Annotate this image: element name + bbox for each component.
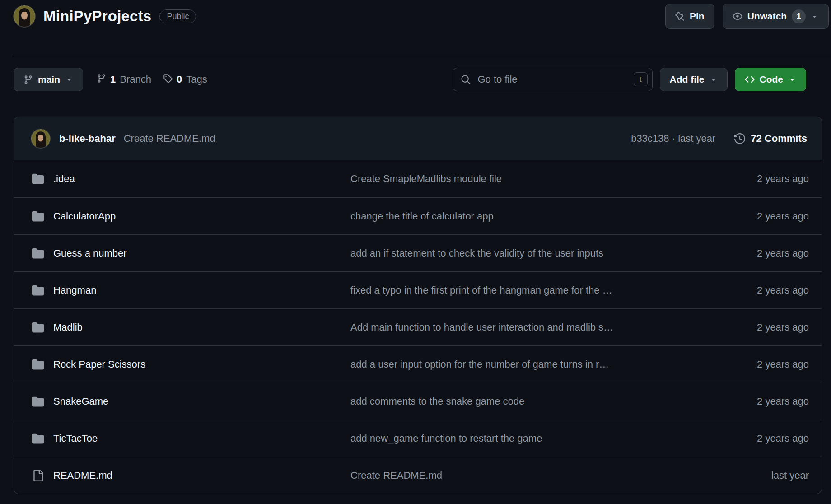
branches-count: 1 [110, 74, 116, 85]
folder-icon [32, 359, 44, 370]
file-link[interactable]: CalculatorApp [53, 210, 116, 222]
file-name-cell: CalculatorApp [32, 210, 350, 222]
pin-button[interactable]: Pin [665, 4, 714, 29]
keyboard-shortcut-hint: t [634, 72, 648, 86]
folder-icon [32, 173, 44, 185]
unwatch-button-label: Unwatch [747, 11, 787, 22]
chevron-down-icon [65, 75, 73, 84]
commit-message-link[interactable]: add comments to the snake game code [350, 396, 712, 407]
commit-time-link[interactable]: 2 years ago [712, 210, 809, 222]
branches-label: Branch [120, 74, 151, 85]
chevron-down-icon [811, 12, 819, 20]
commit-time-link[interactable]: last year [712, 470, 809, 481]
commit-message-link[interactable]: Create SmapleMadlibs module file [350, 173, 712, 185]
commit-message-link[interactable]: add new_game function to restart the gam… [350, 433, 712, 444]
file-link[interactable]: .idea [53, 173, 75, 185]
tags-label: Tags [186, 74, 207, 85]
code-icon [745, 75, 755, 84]
folder-icon [32, 396, 44, 407]
file-link[interactable]: Guess a number [53, 247, 127, 259]
commit-time-link[interactable]: 2 years ago [712, 359, 809, 370]
current-branch-label: main [38, 74, 60, 85]
table-row: Madlib Add main function to handle user … [14, 308, 822, 345]
page-title: MiniPyProjects [43, 8, 151, 25]
latest-commit-time: last year [678, 133, 715, 145]
sha-time-separator: · [669, 133, 678, 145]
branch-selector-button[interactable]: main [14, 68, 83, 91]
commits-count-link[interactable]: 72 Commits [751, 133, 807, 145]
commit-message-link[interactable]: change the title of calculator app [350, 210, 712, 222]
header-divider [14, 55, 831, 55]
file-link[interactable]: Madlib [53, 322, 83, 333]
commit-time-link[interactable]: 2 years ago [712, 247, 809, 259]
tag-icon [163, 74, 173, 86]
watchers-count-badge: 1 [792, 9, 806, 23]
file-name-cell: .idea [32, 173, 350, 185]
file-link[interactable]: README.md [53, 470, 112, 481]
add-file-button[interactable]: Add file [660, 68, 728, 91]
file-icon [32, 470, 44, 481]
file-link[interactable]: Hangman [53, 285, 96, 296]
branches-link[interactable]: 1 Branch [97, 74, 151, 86]
history-icon [734, 133, 745, 144]
table-row: Rock Paper Scissors add a user input opt… [14, 345, 822, 383]
file-name-cell: Rock Paper Scissors [32, 359, 350, 370]
eye-icon [733, 11, 742, 21]
file-browser-panel: b-like-bahar Create README.md b33c138 · … [14, 117, 822, 494]
commit-time-link[interactable]: 2 years ago [712, 173, 809, 185]
commit-message-link[interactable]: add an if statement to check the validit… [350, 247, 712, 259]
chevron-down-icon [788, 75, 796, 84]
latest-commit-message[interactable]: Create README.md [124, 133, 215, 145]
unwatch-button[interactable]: Unwatch 1 [723, 4, 829, 29]
tags-link[interactable]: 0 Tags [163, 74, 207, 86]
file-name-cell: TicTacToe [32, 433, 350, 444]
git-branch-icon [97, 74, 106, 86]
commit-author-link[interactable]: b-like-bahar [59, 133, 116, 145]
table-row: Guess a number add an if statement to ch… [14, 234, 822, 271]
pin-icon [675, 12, 685, 21]
commit-message-link[interactable]: Create README.md [350, 470, 712, 481]
visibility-badge: Public [159, 9, 196, 23]
commit-author-avatar[interactable] [31, 129, 50, 148]
tags-count: 0 [177, 74, 182, 85]
table-row: CalculatorApp change the title of calcul… [14, 197, 822, 234]
file-name-cell: SnakeGame [32, 396, 350, 407]
latest-commit-bar: b-like-bahar Create README.md b33c138 · … [14, 117, 822, 160]
commit-message-link[interactable]: fixed a typo in the first print of the h… [350, 285, 712, 296]
table-row: TicTacToe add new_game function to resta… [14, 420, 822, 457]
file-link[interactable]: SnakeGame [53, 396, 108, 407]
file-name-cell: Hangman [32, 285, 350, 296]
chevron-down-icon [710, 75, 718, 84]
git-branch-icon [23, 75, 33, 84]
commit-message-link[interactable]: add a user input option for the number o… [350, 359, 712, 370]
file-name-cell: README.md [32, 470, 350, 481]
search-input[interactable] [453, 68, 653, 91]
file-table: .idea Create SmapleMadlibs module file 2… [14, 160, 822, 494]
folder-icon [32, 247, 44, 259]
commit-message-link[interactable]: Add main function to handle user interac… [350, 322, 712, 333]
commit-sha-link[interactable]: b33c138 [631, 133, 669, 145]
table-row: .idea Create SmapleMadlibs module file 2… [14, 160, 822, 197]
pin-button-label: Pin [690, 11, 705, 22]
folder-icon [32, 322, 44, 333]
file-name-cell: Guess a number [32, 247, 350, 259]
folder-icon [32, 433, 44, 444]
repo-header: MiniPyProjects Public Pin Unwatch 1 [0, 0, 831, 55]
code-button[interactable]: Code [735, 68, 807, 91]
file-name-cell: Madlib [32, 322, 350, 333]
commit-time-link[interactable]: 2 years ago [712, 285, 809, 296]
table-row: Hangman fixed a typo in the first print … [14, 271, 822, 308]
commit-time-link[interactable]: 2 years ago [712, 322, 809, 333]
avatar[interactable] [14, 5, 35, 27]
table-row: README.md Create README.md last year [14, 457, 822, 494]
file-link[interactable]: TicTacToe [53, 433, 98, 444]
file-link[interactable]: Rock Paper Scissors [53, 359, 145, 370]
commit-time-link[interactable]: 2 years ago [712, 433, 809, 444]
add-file-label: Add file [670, 74, 705, 85]
go-to-file-search: t [453, 68, 653, 91]
folder-icon [32, 285, 44, 296]
repo-toolbar: main 1 Branch 0 Tags t Add file [0, 68, 831, 91]
commit-time-link[interactable]: 2 years ago [712, 396, 809, 407]
table-row: SnakeGame add comments to the snake game… [14, 383, 822, 420]
code-button-label: Code [760, 74, 784, 85]
